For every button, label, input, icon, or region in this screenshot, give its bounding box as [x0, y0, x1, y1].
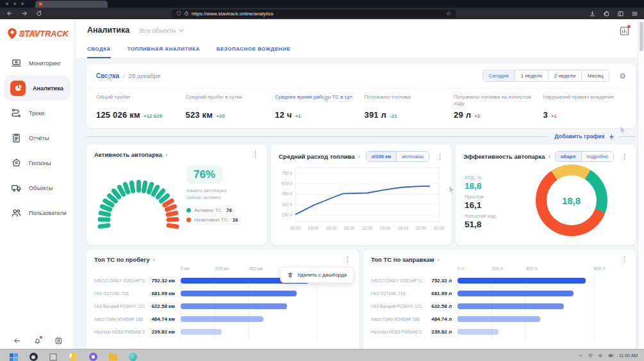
tray-chevron-up-icon[interactable]	[578, 353, 583, 358]
notifications-bell-icon[interactable]	[33, 337, 42, 345]
svg-text:21:00: 21:00	[416, 226, 427, 230]
chevron-right-icon[interactable]: ›	[153, 257, 155, 263]
collapse-sidebar-icon[interactable]	[13, 337, 21, 345]
analytics-tabs: СВОДКАТОПЛИВНАЯ АНАЛИТИКАБЕЗОПАСНОЕ ВОЖД…	[87, 46, 290, 58]
card-context-menu[interactable]: Удалить с дашборда	[280, 267, 354, 283]
stat-item: Потрачено топлива391 л-21	[365, 94, 448, 120]
url-bar[interactable]: https://www.stavtrack.online/analytics ☆	[172, 10, 456, 18]
axis-tick-label: 0 л	[458, 266, 464, 271]
reload-button[interactable]	[36, 10, 42, 17]
battery-icon[interactable]	[608, 353, 615, 358]
card-menu-icon[interactable]: ⋮	[436, 153, 443, 160]
legend-label: Неактивно ТС:	[194, 217, 229, 223]
analytics-icon	[10, 81, 26, 96]
window-minimize-button[interactable]	[13, 3, 16, 5]
context-menu-item-label[interactable]: Удалить с дашборда	[297, 272, 347, 278]
sidebar-item-objects[interactable]: Объекты	[0, 175, 74, 200]
lock-icon[interactable]	[184, 11, 189, 16]
page-header: Аналитика Все объекты СВОДКАТОПЛИВНАЯ АН…	[76, 19, 638, 59]
period-button[interactable]: 1 неделя	[515, 70, 549, 81]
donut-center-value: 18,8	[562, 195, 581, 206]
taskbar-explorer-icon[interactable]	[49, 353, 58, 361]
stat-label: Потрачено топлива на холостом ходу	[454, 94, 532, 108]
sidebar-item-analytics[interactable]: Аналитика	[4, 76, 70, 100]
chevron-right-icon[interactable]: ›	[437, 257, 439, 263]
vehicle-value: 681.99 л	[422, 291, 458, 296]
tab-1[interactable]: ТОПЛИВНАЯ АНАЛИТИКА	[128, 46, 200, 58]
tab-favicon-icon	[39, 3, 42, 6]
wifi-icon[interactable]	[588, 353, 593, 358]
taskbar-browser-icon[interactable]	[29, 353, 38, 361]
card-menu-icon[interactable]: ⋮	[621, 256, 628, 263]
settings-gear-icon[interactable]: ⚙	[619, 72, 626, 80]
toggle-button[interactable]: моточасы	[397, 152, 429, 161]
plus-icon[interactable]: +	[609, 132, 614, 141]
bar-rows: IVECO DAILY О281НР 126752.32 лГАЗ О271КЕ…	[371, 274, 628, 342]
period-button[interactable]: Сегодня	[483, 70, 515, 81]
stavtrack-logo[interactable]: STAVTRACK	[0, 19, 74, 45]
period-button[interactable]: 2 недели	[549, 70, 582, 81]
stat-label[interactable]: Среднее время работы ТС в сут.	[275, 94, 353, 108]
menu-hamburger-icon[interactable]	[631, 10, 638, 17]
objects-filter-dropdown[interactable]: Все объекты	[140, 27, 184, 34]
tab-2[interactable]: БЕЗОПАСНОЕ ВОЖДЕНИЕ	[217, 46, 290, 58]
dashboard-alerts-icon[interactable]	[619, 26, 630, 36]
sidebar-item-monitoring[interactable]: Мониторинг	[0, 51, 74, 76]
clock[interactable]: 11:00 AM	[619, 353, 638, 358]
window-controls[interactable]	[6, 3, 24, 5]
svg-text:300 л: 300 л	[282, 202, 293, 207]
profile-icon[interactable]	[54, 337, 63, 345]
shield-icon[interactable]	[176, 11, 181, 16]
forward-button[interactable]	[21, 10, 28, 17]
toggle-button[interactable]: подробно	[582, 152, 613, 161]
active-percent-badge: 76%	[186, 166, 222, 184]
chevron-right-icon[interactable]: ›	[549, 154, 550, 160]
period-button[interactable]: Месяц	[582, 70, 609, 81]
window-maximize-button[interactable]	[21, 3, 24, 5]
tab-0[interactable]: СВОДКА	[87, 46, 111, 58]
svg-text:00:00: 00:00	[434, 226, 445, 230]
bookmark-star-icon[interactable]: ☆	[446, 11, 451, 17]
taskbar-app-purple-icon[interactable]	[88, 353, 97, 361]
bar-track	[458, 329, 628, 335]
taskbar-folder-icon[interactable]	[108, 353, 117, 361]
sidebar-item-users[interactable]: Пользователи	[0, 200, 74, 225]
summary-stats: Общий пробег125 026 км+12 625Средний про…	[87, 88, 636, 128]
dashboard-content: Сводка / 25 декабря Сегодня1 неделя2 нед…	[76, 59, 638, 349]
chevron-right-icon[interactable]: ›	[165, 152, 167, 158]
window-close-button[interactable]	[6, 3, 8, 5]
stat-value: 29 л	[454, 110, 471, 120]
taskbar-app-yellow-icon[interactable]	[69, 353, 78, 361]
vehicle-name: ГАЗ Валдай Р234УХ 121	[371, 304, 422, 309]
card-menu-icon[interactable]: ⋮	[621, 153, 628, 160]
volume-icon[interactable]	[598, 353, 604, 358]
fuel-unit-toggle: л/100 кммоточасы	[366, 151, 430, 162]
card-menu-icon[interactable]: ⋮	[252, 151, 259, 158]
browser-tab[interactable]	[35, 1, 108, 8]
taskbar-start-icon[interactable]	[9, 353, 18, 361]
url-text[interactable]: https://www.stavtrack.online/analytics	[192, 11, 443, 17]
table-row: ГАЗ Валдай Р234УХ 121622.58 л	[371, 300, 628, 312]
sidebar-item-tracks[interactable]: Треки	[0, 100, 74, 125]
toggle-button[interactable]: общее	[556, 152, 582, 161]
scrollbar-thumb[interactable]	[640, 22, 643, 51]
sidebar-item-geozones[interactable]: Геозоны	[0, 150, 74, 175]
axis-tick-label: 400 л	[525, 266, 537, 271]
extensions-icon[interactable]	[603, 10, 610, 17]
toggle-button[interactable]: л/100 км	[367, 152, 397, 161]
back-button[interactable]	[6, 10, 13, 17]
add-chart-button[interactable]: Добавить график	[554, 133, 604, 140]
vehicle-name: ГАЗ Валдай Р234УХ 121	[94, 304, 145, 309]
chevron-right-icon[interactable]: ›	[358, 154, 360, 160]
sidebar-panel-icon[interactable]	[617, 10, 624, 17]
page-scrollbar[interactable]	[638, 19, 644, 349]
fleet-efficiency-card: Эффективность автопарка › общееподробно …	[456, 145, 636, 245]
downloads-icon[interactable]	[589, 10, 596, 17]
efficiency-stat-label: Простои	[465, 194, 515, 200]
sidebar-item-label: Отчёты	[29, 135, 49, 141]
sidebar-item-reports[interactable]: Отчёты	[0, 125, 74, 150]
gauge-segment	[97, 217, 110, 222]
sidebar-item-label: Аналитика	[33, 85, 63, 92]
taskbar-app-teal-icon[interactable]	[128, 353, 137, 361]
card-menu-icon[interactable]: ⋮	[344, 256, 351, 263]
